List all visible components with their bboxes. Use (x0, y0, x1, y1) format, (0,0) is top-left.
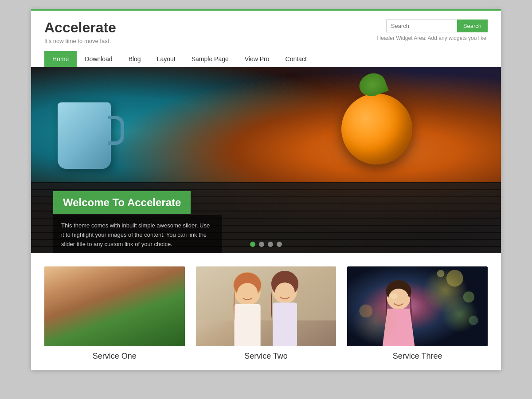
svg-point-13 (237, 283, 258, 303)
svg-point-4 (96, 316, 133, 334)
svg-point-24 (437, 270, 445, 278)
nav-item-blog[interactable]: Blog (121, 51, 149, 67)
site-tagline: It's now time to move fast (44, 38, 116, 44)
nav-link-sample[interactable]: Sample Page (184, 51, 237, 67)
nav-link-viewpro[interactable]: View Pro (237, 51, 278, 67)
svg-point-2 (98, 271, 131, 304)
nav-link-download[interactable]: Download (77, 51, 120, 67)
svg-rect-3 (101, 301, 129, 346)
main-nav: Home Download Blog Layout Sample Page Vi… (31, 51, 501, 67)
nav-item-home[interactable]: Home (44, 51, 77, 67)
slider-dot-2[interactable] (259, 242, 264, 247)
service-1-illustration (44, 266, 185, 346)
nav-item-viewpro[interactable]: View Pro (237, 51, 278, 67)
svg-point-25 (387, 286, 411, 310)
nav-item-layout[interactable]: Layout (149, 51, 184, 67)
svg-point-20 (446, 270, 463, 287)
nav-link-contact[interactable]: Contact (278, 51, 315, 67)
hero-description: This theme comes with inbuilt simple awe… (61, 221, 214, 249)
svg-rect-8 (196, 266, 336, 321)
service-card-2: Service Two (196, 266, 336, 361)
slider-dots (250, 242, 282, 247)
nav-item-sample[interactable]: Sample Page (184, 51, 237, 67)
slider-dot-1[interactable] (250, 242, 255, 247)
page-wrapper: Accelerate It's now time to move fast Se… (31, 9, 501, 370)
svg-point-26 (386, 280, 411, 303)
service-card-3: Service Three (347, 266, 488, 361)
services-section: Service One (31, 253, 501, 370)
hero-orange-decoration (341, 94, 412, 164)
svg-point-28 (390, 293, 398, 299)
service-image-3 (347, 266, 488, 346)
service-2-illustration (196, 266, 336, 346)
slider-dot-4[interactable] (277, 242, 282, 247)
header-right: Search Header Widget Area: Add any widge… (377, 20, 488, 41)
svg-point-5 (98, 267, 131, 302)
search-area: Search (386, 20, 488, 32)
nav-item-contact[interactable]: Contact (278, 51, 315, 67)
nav-link-home[interactable]: Home (44, 51, 77, 67)
nav-link-blog[interactable]: Blog (121, 51, 149, 67)
hero-title-box: Welcome To Accelerate (53, 191, 191, 214)
service-image-1 (44, 266, 185, 346)
service-title-2: Service Two (244, 352, 288, 361)
search-input[interactable] (386, 20, 457, 32)
svg-point-27 (388, 289, 409, 309)
svg-point-6 (102, 277, 128, 303)
nav-item-download[interactable]: Download (77, 51, 120, 67)
nav-link-layout[interactable]: Layout (149, 51, 184, 67)
hero-desc-box: This theme comes with inbuilt simple awe… (53, 215, 222, 253)
hero-slider: Welcome To Accelerate This theme comes w… (31, 67, 501, 253)
hero-mug-decoration (58, 102, 111, 169)
service-title-3: Service Three (393, 352, 442, 361)
search-button[interactable]: Search (457, 20, 488, 32)
service-3-illustration (347, 266, 488, 346)
service-title-1: Service One (93, 352, 137, 361)
slider-dot-3[interactable] (268, 242, 273, 247)
svg-point-21 (463, 291, 474, 302)
site-branding: Accelerate It's now time to move fast (44, 20, 116, 44)
service-image-2 (196, 266, 336, 346)
svg-rect-19 (347, 266, 488, 346)
svg-rect-11 (234, 304, 260, 346)
service-card-1: Service One (44, 266, 185, 361)
svg-point-23 (469, 316, 478, 325)
svg-point-1 (86, 269, 143, 335)
header-widget-text: Header Widget Area: Add any widgets you … (377, 35, 488, 41)
svg-point-22 (360, 305, 373, 318)
hero-title: Welcome To Accelerate (63, 196, 181, 209)
site-header: Accelerate It's now time to move fast Se… (31, 11, 501, 51)
site-title: Accelerate (44, 20, 116, 36)
svg-rect-0 (44, 266, 185, 346)
svg-rect-16 (273, 303, 297, 346)
